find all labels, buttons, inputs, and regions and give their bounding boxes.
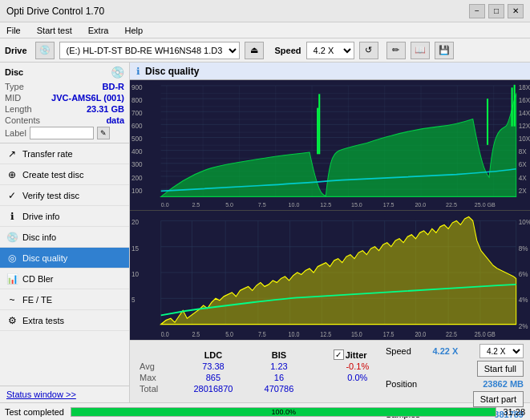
chart-bottom: BIS Jitter [130,211,530,341]
menu-file[interactable]: File [3,24,24,37]
menu-start-test[interactable]: Start test [34,24,75,37]
sidebar-item-label: Disc info [22,232,56,242]
menu-extra[interactable]: Extra [85,24,112,37]
svg-text:0.0: 0.0 [161,329,169,337]
svg-text:700: 700 [131,108,143,117]
menu-help[interactable]: Help [121,24,146,37]
svg-text:7.5: 7.5 [258,201,266,209]
svg-text:600: 600 [131,122,143,131]
svg-text:22.5: 22.5 [446,201,457,209]
svg-text:15: 15 [131,243,139,252]
verify-test-disc-icon: ✓ [6,190,18,201]
refresh-button[interactable]: ↺ [359,42,378,59]
nav-list: ↗ Transfer rate ⊕ Create test disc ✓ Ver… [0,143,129,331]
sidebar-item-drive-info[interactable]: ℹ Drive info [0,206,129,227]
position-value: 23862 MB [483,379,524,389]
stats-right: Speed 4.22 X 4.2 X Start full Position 2… [382,342,527,401]
svg-text:7.5: 7.5 [258,329,266,337]
stats-bar: LDC BIS ✓ Jitter Avg [130,340,530,402]
ldc-col-header: LDC [177,349,250,361]
status-time: 31:28 [503,407,525,417]
sidebar-item-label: Extra tests [22,316,64,325]
svg-text:2%: 2% [519,321,528,329]
svg-text:100: 100 [131,186,143,195]
status-window-button[interactable]: Status window >> [0,386,129,402]
svg-text:2.5: 2.5 [192,329,200,337]
sidebar-item-disc-info[interactable]: 💿 Disc info [0,227,129,248]
svg-text:22.5: 22.5 [446,329,457,337]
svg-text:10.0: 10.0 [289,201,300,209]
label-edit-button[interactable]: ✎ [97,127,110,139]
titlebar: Opti Drive Control 1.70 − □ ✕ [0,0,530,22]
type-value: BD-R [103,82,125,91]
total-ldc: 28016870 [177,383,250,394]
window-controls: − □ ✕ [469,4,524,18]
svg-text:16X: 16X [519,95,530,104]
sidebar-item-label: FE / TE [22,295,52,305]
svg-text:20.0: 20.0 [415,329,426,337]
svg-text:6%: 6% [519,269,528,278]
chart-top: LDC Read speed Write speed [130,80,530,211]
drive-label: Drive [5,46,27,55]
svg-text:12X: 12X [519,122,530,131]
drive-icon-button[interactable]: 💿 [35,42,55,59]
svg-text:5: 5 [131,295,136,304]
svg-text:20: 20 [131,217,139,226]
label-input[interactable] [30,127,94,139]
close-button[interactable]: ✕ [508,4,524,18]
sidebar-item-disc-quality[interactable]: ◎ Disc quality [0,248,129,269]
jitter-checkbox[interactable]: ✓ [334,349,344,360]
svg-text:14X: 14X [519,108,530,117]
transfer-rate-icon: ↗ [6,148,18,160]
sidebar-item-label: Create test disc [22,170,83,180]
contents-label: Contents [5,115,40,125]
position-info-row: Position 23862 MB [386,379,524,389]
save-button[interactable]: 💾 [435,42,454,59]
svg-text:8%: 8% [519,243,528,252]
app-title: Opti Drive Control 1.70 [6,6,104,17]
start-full-button[interactable]: Start full [477,361,524,377]
svg-text:25.0 GB: 25.0 GB [475,329,496,337]
svg-text:400: 400 [131,147,143,156]
read-button[interactable]: 📖 [411,42,430,59]
svg-text:12.5: 12.5 [320,329,331,337]
start-part-button[interactable]: Start part [473,391,524,407]
disc-panel: Disc 💿 Type BD-R MID JVC-AMS6L (001) Len… [0,63,129,143]
speed-info-row: Speed 4.22 X 4.2 X [386,344,524,358]
svg-text:500: 500 [131,135,143,143]
top-chart-svg: 900 800 700 600 500 400 300 200 100 18X … [130,80,530,210]
minimize-button[interactable]: − [469,4,485,18]
disc-quality-icon: ◎ [6,252,18,264]
total-bis: 470786 [249,383,308,394]
svg-text:17.5: 17.5 [383,329,394,337]
svg-text:10.0: 10.0 [289,329,300,337]
svg-text:800: 800 [131,95,143,104]
position-label: Position [386,379,417,389]
maximize-button[interactable]: □ [488,4,504,18]
svg-text:6X: 6X [519,160,527,169]
total-label: Total [133,383,177,394]
svg-text:18X: 18X [519,83,530,91]
svg-text:17.5: 17.5 [383,201,394,209]
eject-button[interactable]: ⏏ [245,42,264,59]
max-ldc: 865 [177,372,250,383]
sidebar-item-label: Drive info [22,212,59,221]
svg-text:5.0: 5.0 [225,329,233,337]
sidebar-item-cd-bler[interactable]: 📊 CD Bler [0,269,129,289]
sidebar-item-fe-te[interactable]: ~ FE / TE [0,289,129,310]
avg-bis: 1.23 [249,361,308,372]
disc-quality-header: ℹ Disc quality [130,63,530,80]
sidebar-item-verify-test-disc[interactable]: ✓ Verify test disc [0,185,129,206]
sidebar-item-transfer-rate[interactable]: ↗ Transfer rate [0,143,129,164]
stats-speed-select[interactable]: 4.2 X [479,344,524,358]
max-label: Max [133,372,177,383]
sidebar-item-create-test-disc[interactable]: ⊕ Create test disc [0,164,129,185]
main-content: Disc 💿 Type BD-R MID JVC-AMS6L (001) Len… [0,63,530,402]
bis-col-header: BIS [249,349,308,361]
svg-text:8X: 8X [519,147,527,156]
speed-select[interactable]: 4.2 X [306,42,354,59]
disc-info-icon: 💿 [6,232,18,243]
write-button[interactable]: ✏ [386,42,406,59]
drive-select[interactable]: (E:) HL-DT-ST BD-RE WH16NS48 1.D3 [59,42,240,59]
sidebar-item-extra-tests[interactable]: ⚙ Extra tests [0,310,129,331]
